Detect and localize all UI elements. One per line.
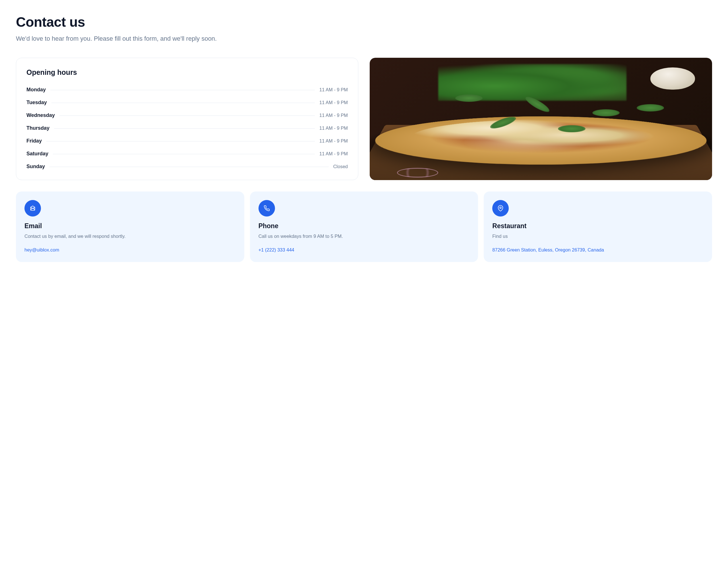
day-time: 11 AM - 9 PM (319, 151, 348, 156)
day-name: Sunday (26, 163, 45, 169)
hours-row: Thursday 11 AM - 9 PM (26, 125, 348, 131)
opening-hours-card: Opening hours Monday 11 AM - 9 PM Tuesda… (16, 58, 358, 180)
hours-row: Monday 11 AM - 9 PM (26, 87, 348, 93)
email-link[interactable]: hey@uiblox.com (24, 246, 59, 253)
location-icon (492, 200, 509, 216)
day-time: 11 AM - 9 PM (319, 87, 348, 92)
divider (49, 167, 329, 167)
divider (59, 115, 315, 116)
food-image (370, 58, 712, 180)
day-time: 11 AM - 9 PM (319, 100, 348, 105)
phone-link[interactable]: +1 (222) 333 444 (258, 246, 294, 253)
day-time: 11 AM - 9 PM (319, 113, 348, 118)
phone-card: Phone Call us on weekdays from 9 AM to 5… (250, 191, 478, 262)
contact-cards: Email Contact us by email, and we will r… (16, 191, 712, 262)
page-subtitle: We'd love to hear from you. Please fill … (16, 35, 712, 42)
address-link[interactable]: 87266 Green Station, Euless, Oregon 2673… (492, 246, 604, 253)
divider (51, 103, 315, 103)
card-description: Find us (492, 233, 704, 240)
email-icon (24, 200, 41, 216)
card-description: Call us on weekdays from 9 AM to 5 PM. (258, 233, 470, 240)
restaurant-card: Restaurant Find us 87266 Green Station, … (484, 191, 712, 262)
divider (53, 154, 315, 154)
day-time: 11 AM - 9 PM (319, 125, 348, 131)
hours-row: Wednesday 11 AM - 9 PM (26, 112, 348, 118)
page-title: Contact us (16, 14, 712, 30)
day-name: Tuesday (26, 100, 47, 105)
card-title: Email (24, 222, 236, 230)
divider (46, 141, 315, 141)
svg-point-0 (500, 207, 502, 208)
email-card: Email Contact us by email, and we will r… (16, 191, 244, 262)
card-description: Contact us by email, and we will respond… (24, 233, 236, 240)
day-time: 11 AM - 9 PM (319, 138, 348, 144)
day-name: Monday (26, 87, 46, 93)
hours-row: Saturday 11 AM - 9 PM (26, 151, 348, 157)
day-name: Friday (26, 138, 42, 144)
card-title: Phone (258, 222, 470, 230)
top-section: Opening hours Monday 11 AM - 9 PM Tuesda… (16, 58, 712, 180)
hours-row: Friday 11 AM - 9 PM (26, 138, 348, 144)
day-time: Closed (333, 164, 348, 169)
day-name: Thursday (26, 125, 49, 131)
day-name: Saturday (26, 151, 48, 157)
hours-row: Sunday Closed (26, 163, 348, 169)
divider (54, 128, 315, 129)
day-name: Wednesday (26, 112, 55, 118)
card-title: Restaurant (492, 222, 704, 230)
hours-row: Tuesday 11 AM - 9 PM (26, 100, 348, 105)
phone-icon (258, 200, 275, 216)
opening-hours-title: Opening hours (26, 68, 348, 76)
